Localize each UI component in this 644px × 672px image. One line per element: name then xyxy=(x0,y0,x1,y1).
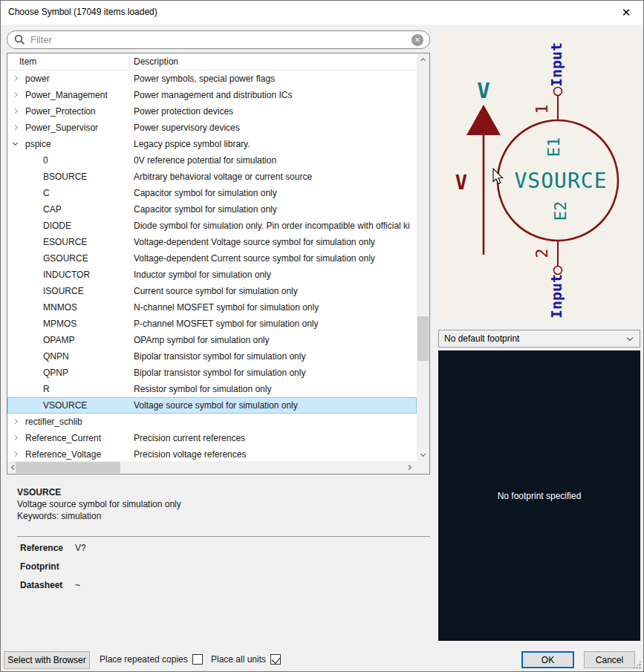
item-name: GSOURCE xyxy=(43,253,88,264)
pin2-name: Input xyxy=(547,274,565,319)
item-description: Power symbols, special power flags xyxy=(134,74,415,84)
filter-box[interactable]: ✕ xyxy=(7,30,430,49)
pin1-name: Input xyxy=(547,42,565,87)
place-repeated-copies-group: Place repeated copies xyxy=(100,654,203,665)
reference-row: Reference V? xyxy=(20,537,430,555)
list-item-bsource[interactable]: BSOURCEArbitrary behavioral voltage or c… xyxy=(7,169,417,185)
place-repeated-copies-checkbox[interactable] xyxy=(192,654,203,665)
scroll-right-icon[interactable] xyxy=(406,465,412,470)
footprint-dropdown[interactable]: No default footprint xyxy=(438,330,640,348)
list-item-power[interactable]: powerPower symbols, special power flags xyxy=(7,71,417,87)
select-with-browser-button[interactable]: Select with Browser xyxy=(4,651,90,669)
expand-icon[interactable] xyxy=(13,419,18,424)
item-description: Voltage-dependent Voltage source symbol … xyxy=(134,237,415,247)
item-name: Power_Supervisor xyxy=(25,123,98,133)
symbol-details: VSOURCE Voltage source symbol for simula… xyxy=(7,482,430,593)
reference-label: Reference xyxy=(20,543,63,553)
expand-icon[interactable] xyxy=(13,435,18,440)
item-description: OPAmp symbol for simulation only xyxy=(134,335,415,345)
scroll-down-icon[interactable] xyxy=(420,451,426,457)
item-description: Diode symbol for simulation only. Pin or… xyxy=(134,221,415,231)
arrow-label: V xyxy=(477,78,489,103)
footprint-preview-message: No footprint specified xyxy=(498,491,582,501)
list-item-inductor[interactable]: INDUCTORInductor symbol for simulation o… xyxy=(7,267,417,283)
item-description: Capacitor symbol for simulation only xyxy=(134,188,415,198)
item-description: Power protection devices xyxy=(134,106,415,117)
item-name: ISOURCE xyxy=(43,286,84,296)
list-item-cap[interactable]: CAPCapacitor symbol for simulation only xyxy=(7,201,417,218)
item-description: Voltage source symbol for simulation onl… xyxy=(134,400,415,411)
expand-icon[interactable] xyxy=(13,76,18,81)
item-description: Legacy pspice symbol library. xyxy=(134,139,415,149)
list-item-mnmos[interactable]: MNMOSN-channel MOSFET symbol for simulat… xyxy=(7,299,417,316)
list-header[interactable]: Item Description xyxy=(7,53,429,71)
close-icon[interactable]: ✕ xyxy=(614,4,639,22)
item-name: Reference_Current xyxy=(25,433,101,443)
list-item-rectifier_schlib[interactable]: rectifier_schlib xyxy=(7,414,417,430)
expand-icon[interactable] xyxy=(13,92,18,97)
list-item-opamp[interactable]: OPAMPOPAmp symbol for simulation only xyxy=(7,332,417,348)
place-all-units-checkbox[interactable] xyxy=(270,654,281,665)
cancel-button[interactable]: Cancel xyxy=(584,651,635,668)
place-all-units-label: Place all units xyxy=(211,654,266,665)
list-item-qpnp[interactable]: QPNPBipolar transistor symbol for simula… xyxy=(7,365,417,381)
list-item-diode[interactable]: DIODEDiode symbol for simulation only. P… xyxy=(7,218,417,234)
item-name: C xyxy=(43,188,50,198)
item-name: power xyxy=(25,74,50,84)
list-item-power_protection[interactable]: Power_ProtectionPower protection devices xyxy=(7,103,417,120)
item-name: MNMOS xyxy=(43,302,77,313)
list-item-reference_voltage[interactable]: Reference_VoltagePrecision voltage refer… xyxy=(7,446,417,461)
choose-symbol-dialog: Choose Symbol (17049 items loaded) ✕ ✕ I… xyxy=(0,0,644,672)
collapse-icon[interactable] xyxy=(13,140,18,146)
list-item-gsource[interactable]: GSOURCEVoltage-dependent Current source … xyxy=(7,250,417,267)
list-item-pspice[interactable]: pspiceLegacy pspice symbol library. xyxy=(7,136,417,152)
item-name: R xyxy=(43,384,50,394)
item-name: pspice xyxy=(25,139,51,149)
list-item-r[interactable]: RResistor symbol for simulation only xyxy=(7,381,417,397)
column-separator[interactable] xyxy=(129,56,130,68)
clear-filter-icon[interactable]: ✕ xyxy=(412,34,423,46)
vertical-scrollbar[interactable] xyxy=(417,53,429,461)
ok-button[interactable]: OK xyxy=(521,651,574,668)
list-item-power_management[interactable]: Power_ManagementPower management and dis… xyxy=(7,87,417,103)
column-header-item[interactable]: Item xyxy=(19,56,36,67)
list-item-0[interactable]: 00V reference potential for simulation xyxy=(7,152,417,169)
item-name: OPAMP xyxy=(43,335,74,345)
expand-icon[interactable] xyxy=(13,108,18,114)
list-item-c[interactable]: CCapacitor symbol for simulation only xyxy=(7,185,417,201)
list-item-mpmos[interactable]: MPMOSP-channel MOSFET symbol for simulat… xyxy=(7,316,417,332)
datasheet-value: ~ xyxy=(75,580,80,590)
horizontal-scrollbar[interactable] xyxy=(7,461,417,474)
expand-icon[interactable] xyxy=(13,451,18,457)
list-item-reference_current[interactable]: Reference_CurrentPrecision current refer… xyxy=(7,430,417,446)
item-name: QPNP xyxy=(43,368,68,378)
reference-letter: V xyxy=(455,171,467,194)
symbol-preview-panel[interactable]: V V 1 Input E1 VSOURCE E2 2 Input xyxy=(438,30,640,322)
list-item-vsource[interactable]: VSOURCEVoltage source symbol for simulat… xyxy=(7,397,417,414)
item-description: Bipolar transistor symbol for simulation… xyxy=(134,368,415,378)
detail-symbol-name: VSOURCE xyxy=(17,487,430,498)
filter-input[interactable] xyxy=(30,34,412,45)
unit-bottom-label: E2 xyxy=(551,201,570,221)
item-name: BSOURCE xyxy=(43,172,87,182)
list-rows: powerPower symbols, special power flagsP… xyxy=(7,71,417,461)
list-item-isource[interactable]: ISOURCECurrent source symbol for simulat… xyxy=(7,283,417,299)
item-description: Power management and distribution ICs xyxy=(134,90,415,100)
list-item-esource[interactable]: ESOURCEVoltage-dependent Voltage source … xyxy=(7,234,417,250)
scroll-up-icon[interactable] xyxy=(420,58,426,63)
arrow-icon xyxy=(466,105,501,135)
item-name: rectifier_schlib xyxy=(25,417,82,427)
item-name: Power_Management xyxy=(25,90,108,100)
list-item-power_supervisor[interactable]: Power_SupervisorPower supervisory device… xyxy=(7,120,417,136)
item-name: 0 xyxy=(43,155,48,166)
item-name: ESOURCE xyxy=(43,237,87,247)
pin2-number: 2 xyxy=(533,248,551,258)
footprint-preview-panel[interactable]: No footprint specified xyxy=(438,350,640,641)
horizontal-scrollbar-thumb[interactable] xyxy=(16,462,120,473)
expand-icon[interactable] xyxy=(13,125,18,130)
list-item-qnpn[interactable]: QNPNBipolar transistor symbol for simula… xyxy=(7,348,417,365)
item-name: QNPN xyxy=(43,351,69,362)
dialog-title: Choose Symbol (17049 items loaded) xyxy=(8,7,157,17)
column-header-description[interactable]: Description xyxy=(134,56,178,67)
vertical-scrollbar-thumb[interactable] xyxy=(417,316,429,361)
